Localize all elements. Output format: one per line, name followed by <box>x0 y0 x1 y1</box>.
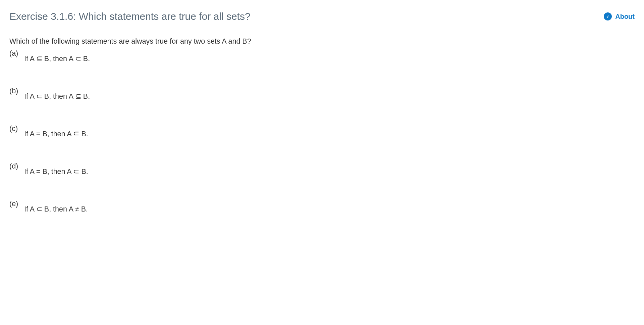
option-label: (d) <box>9 161 24 171</box>
about-label: About <box>615 12 635 21</box>
option-text: If A ⊂ B, then A ⊆ B. <box>24 91 90 101</box>
option-c: (c) If A = B, then A ⊆ B. <box>9 129 635 139</box>
options-list: (a) If A ⊆ B, then A ⊂ B. (b) If A ⊂ B, … <box>9 54 635 242</box>
option-text: If A ⊆ B, then A ⊂ B. <box>24 54 90 64</box>
option-label: (e) <box>9 199 24 209</box>
question-text: Which of the following statements are al… <box>9 36 635 46</box>
option-label: (b) <box>9 86 24 96</box>
option-label: (c) <box>9 124 24 134</box>
option-text: If A = B, then A ⊂ B. <box>24 167 88 177</box>
option-text: If A ⊂ B, then A ≠ B. <box>24 204 88 214</box>
option-d: (d) If A = B, then A ⊂ B. <box>9 167 635 177</box>
option-text: If A = B, then A ⊆ B. <box>24 129 88 139</box>
exercise-title: Exercise 3.1.6: Which statements are tru… <box>9 9 251 24</box>
option-a: (a) If A ⊆ B, then A ⊂ B. <box>9 54 635 64</box>
option-b: (b) If A ⊂ B, then A ⊆ B. <box>9 91 635 101</box>
info-icon: i <box>604 12 612 20</box>
exercise-container: Exercise 3.1.6: Which statements are tru… <box>0 0 644 249</box>
option-e: (e) If A ⊂ B, then A ≠ B. <box>9 204 635 214</box>
header-row: Exercise 3.1.6: Which statements are tru… <box>9 9 635 24</box>
option-label: (a) <box>9 48 24 58</box>
about-link[interactable]: i About <box>604 12 635 21</box>
